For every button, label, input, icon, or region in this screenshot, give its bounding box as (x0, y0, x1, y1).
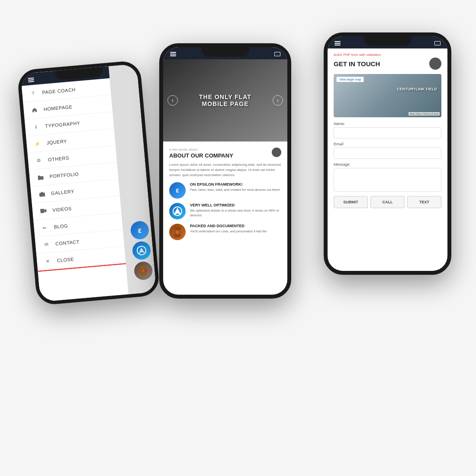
feature-packed: PACKED AND DOCUMENTED You'll understand … (169, 224, 281, 240)
hero-section: ‹ THE ONLY FLAT MOBILE PAGE › (163, 59, 287, 142)
message-input[interactable] (334, 168, 441, 192)
svg-marker-5 (44, 209, 47, 212)
hamburger-icon-right[interactable] (334, 41, 341, 45)
form-buttons: SUBMIT CALL TEXT (334, 196, 441, 208)
peek-circle-epsilon: ε (130, 220, 150, 240)
feature-epsilon: ε ON EPSILON FRAMEWORK! Fast, clean, lea… (169, 182, 281, 199)
menu-icon-close: ✕ (44, 257, 52, 266)
svg-rect-15 (176, 231, 179, 234)
menu-icon-camera (38, 190, 46, 199)
about-section-body: Lorem ipsum dolor sit amet, consectetur … (169, 162, 281, 178)
hamburger-icon-center[interactable] (170, 52, 176, 56)
menu-icon-home (30, 106, 39, 114)
feature-desc-epsilon: Fast, clean, lean, solid, and created fo… (190, 188, 280, 193)
hero-line1: THE ONLY FLAT (199, 93, 251, 100)
menu-icon-info: i (32, 122, 41, 131)
feature-text-optimized: VERY WELL OPTIMIZED We optimized drawer … (190, 203, 281, 218)
svg-marker-7 (138, 247, 145, 254)
name-input[interactable] (334, 127, 441, 138)
about-section: a few words about ABOUT OUR COMPANY Lore… (163, 142, 287, 251)
about-section-title: ABOUT OUR COMPANY (169, 152, 281, 159)
feature-optimized: VERY WELL OPTIMIZED We optimized drawer … (169, 203, 281, 219)
map-footer: Map Data | Terms of Use (408, 112, 440, 116)
call-button[interactable]: CALL (370, 196, 405, 208)
menu-icon-gear: ⚙ (35, 156, 43, 165)
menu-icon-video (39, 207, 48, 215)
feature-icon-optimized (169, 203, 186, 219)
submit-button[interactable]: SUBMIT (334, 196, 368, 208)
svg-rect-0 (38, 176, 44, 180)
feature-desc-optimized: We optimized drawer to a whole new level… (190, 209, 281, 218)
phones-container: SWIPEBODY ? PAGE COACH HOMEPAGE (0, 9, 476, 312)
mail-icon-right[interactable] (434, 41, 441, 45)
notch-right (364, 36, 412, 46)
map-placeholder[interactable]: Map Data | Terms of Use (334, 74, 441, 117)
peek-circle-packed (133, 261, 153, 281)
message-label: Message: (334, 162, 441, 167)
menu-icon-pencil: ✏ (41, 223, 49, 232)
svg-rect-1 (39, 192, 45, 196)
svg-marker-12 (174, 208, 181, 215)
menu-icon-folder (36, 173, 45, 182)
menu-icon-question: ? (29, 89, 38, 98)
notch-center (202, 47, 249, 57)
feature-desc-packed: You'll understand our code, and personal… (190, 229, 267, 234)
about-toggle-btn[interactable] (272, 148, 281, 157)
phone-right: SWIPEBODY AJAX PHP form with validation … (324, 32, 451, 275)
mail-icon-center[interactable] (274, 52, 280, 56)
svg-rect-10 (142, 270, 145, 272)
feature-title-packed: PACKED AND DOCUMENTED (190, 224, 267, 228)
menu-icon-bolt: ⚡ (33, 139, 42, 148)
form-title: GET IN TOUCH (334, 58, 441, 70)
feature-title-optimized: VERY WELL OPTIMIZED (190, 203, 281, 207)
feature-icon-packed (169, 224, 186, 240)
text-button[interactable]: TEXT (407, 196, 441, 208)
feature-text-epsilon: ON EPSILON FRAMEWORK! Fast, clean, lean,… (190, 182, 280, 193)
ajax-label: AJAX PHP form with validation (334, 53, 441, 57)
svg-rect-3 (41, 192, 43, 193)
name-label: Name: (334, 122, 441, 126)
form-toggle-btn[interactable] (429, 58, 441, 70)
feature-text-packed: PACKED AND DOCUMENTED You'll understand … (190, 224, 267, 234)
email-input[interactable] (334, 148, 441, 159)
hero-line2: MOBILE PAGE (199, 100, 251, 107)
feature-icon-epsilon: ε (169, 182, 186, 199)
phone-left: SWIPEBODY ? PAGE COACH HOMEPAGE (17, 60, 160, 306)
email-label: Email (334, 142, 441, 146)
feature-title-epsilon: ON EPSILON FRAMEWORK! (190, 182, 280, 187)
form-section: AJAX PHP form with validation GET IN TOU… (328, 48, 447, 212)
hero-text: THE ONLY FLAT MOBILE PAGE (199, 93, 251, 107)
about-section-label: a few words about (169, 148, 281, 151)
hamburger-icon[interactable] (28, 77, 34, 82)
menu-icon-envelope: ✉ (42, 240, 51, 249)
hero-prev-btn[interactable]: ‹ (167, 95, 178, 106)
peek-circle-nav (132, 241, 151, 261)
hero-next-btn[interactable]: › (273, 95, 283, 106)
svg-rect-4 (40, 209, 45, 213)
phone-center: SWIPEBODY ‹ THE ONLY FLAT MOBILE PAGE › … (159, 43, 291, 299)
